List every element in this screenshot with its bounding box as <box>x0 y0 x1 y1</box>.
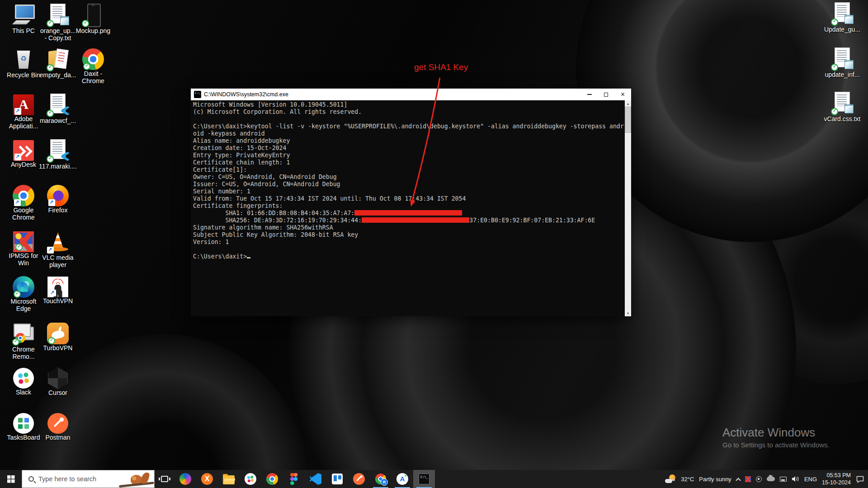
desktop-icon-label: TouchVPN <box>39 298 77 305</box>
desktop-icons-right: Update_gu...update_inf...vCard.css.txt <box>823 0 861 136</box>
taskbar-app-chrome[interactable] <box>261 470 283 488</box>
terminal-line: oid -keypass android <box>193 130 625 137</box>
desktop-icon-label: Chrome Remo... <box>5 346 42 360</box>
desktop-icon-adobe-applicati[interactable]: Adobe Applicati... <box>5 93 42 130</box>
desktop-icon-chrome-remo[interactable]: Chrome Remo... <box>5 321 42 360</box>
terminal-scrollbar[interactable]: ▲ ▼ <box>625 100 631 316</box>
taskbar-app-slack[interactable] <box>240 470 261 488</box>
vlc-icon <box>46 230 70 254</box>
desktop-icon-daxit-chrome[interactable]: Daxit - Chrome <box>74 47 112 84</box>
desktop-icon-vlc-media-player[interactable]: VLC media player <box>39 230 77 268</box>
codefile-icon <box>46 138 70 163</box>
desktop-icon-microsoft-edge[interactable]: Microsoft Edge <box>5 275 42 312</box>
desktop-icon-tasksboard[interactable]: TasksBoard <box>5 411 42 441</box>
tray-date: 15-10-2024 <box>822 479 851 486</box>
desktop-icon-this-pc[interactable]: This PC <box>5 3 42 35</box>
close-icon: ✕ <box>620 92 625 97</box>
notepad-mini-icon <box>844 104 854 113</box>
taskbar-app-cmd[interactable] <box>413 470 435 488</box>
desktop-icon-slack[interactable]: Slack <box>5 366 42 396</box>
txt-icon <box>830 1 854 26</box>
start-button[interactable] <box>0 470 22 488</box>
taskbar-app-xampp[interactable] <box>196 470 218 488</box>
desktop-icon-update-gu[interactable]: Update_gu... <box>823 1 861 33</box>
terminal-line: Owner: C=US, O=Android, CN=Android Debug <box>193 174 625 181</box>
desktop-icon-turbovpn[interactable]: TurboVPN <box>39 321 77 352</box>
taskbar-app-android-studio[interactable] <box>392 470 413 488</box>
pc-icon <box>11 3 36 27</box>
task-view-button[interactable] <box>155 470 175 488</box>
taskbar-app-vscode[interactable] <box>305 470 326 488</box>
taskbar-app-copilot[interactable] <box>175 470 196 488</box>
desktop-icon-recycle-bin[interactable]: Recycle Bin <box>5 47 42 79</box>
close-button[interactable]: ✕ <box>614 89 631 100</box>
desktop-icon-maraowcf[interactable]: maraowcf_... <box>39 93 77 125</box>
taskbar-app-chrome-r[interactable] <box>370 470 392 488</box>
xampp-icon <box>201 473 213 485</box>
desktop-icon-vcard-css-txt[interactable]: vCard.css.txt <box>823 91 861 123</box>
scroll-up-icon[interactable]: ▲ <box>625 100 631 107</box>
file-explorer-icon <box>223 475 235 484</box>
desktop-icon-postman[interactable]: Postman <box>39 411 77 441</box>
minimize-button[interactable] <box>581 89 598 100</box>
taskbar-app-figma[interactable] <box>283 470 305 488</box>
search-promo-squirrel-image[interactable] <box>118 470 154 488</box>
desktop-icon-anydesk[interactable]: AnyDesk <box>5 138 42 169</box>
desktop-icon-ipmsg-for-win[interactable]: IPMSG for Win <box>5 230 42 267</box>
meet-now-icon[interactable] <box>756 476 762 482</box>
watermark-subtitle: Go to Settings to activate Windows. <box>722 441 830 449</box>
desktop-icon-google-chrome[interactable]: Google Chrome <box>5 183 42 221</box>
check-badge-icon <box>14 291 21 298</box>
terminal-output: Microsoft Windows [Version 10.0.19045.50… <box>191 100 625 316</box>
shortcut-badge-icon <box>14 154 21 160</box>
volume-icon[interactable] <box>792 476 799 482</box>
edge-icon <box>13 276 34 298</box>
desktop-icon-update-inf[interactable]: update_inf... <box>823 47 861 79</box>
taskbar-app-trello[interactable] <box>326 470 348 488</box>
scroll-down-icon[interactable]: ▼ <box>625 310 631 316</box>
terminal-line <box>193 246 625 253</box>
tray-temperature[interactable]: 32°C <box>681 476 694 483</box>
cmd-window-titlebar[interactable]: C:\WINDOWS\system32\cmd.exe ✕ <box>191 89 631 100</box>
desktop-icon-label: Google Chrome <box>5 207 42 221</box>
cmd-icon <box>194 91 201 98</box>
ipmsg-tray-icon[interactable] <box>745 476 751 482</box>
clock[interactable]: 05:53 PM 15-10-2024 <box>822 472 851 487</box>
tray-expand-chevron-icon[interactable] <box>736 478 741 483</box>
desktop-icon-label: This PC <box>5 28 42 35</box>
folderfiles-icon <box>46 47 70 71</box>
desktop-icons-left: This PCorange_up... - Copy.txtMockup.png… <box>5 0 122 470</box>
desktop-icon-label: Mockup.png <box>74 28 112 35</box>
redaction-bar <box>362 217 469 223</box>
desktop-icon-label: VLC media player <box>39 254 77 268</box>
cmd-window: C:\WINDOWS\system32\cmd.exe ✕ Microsoft … <box>191 89 631 316</box>
tray-weather-condition[interactable]: Partly sunny <box>699 476 731 483</box>
weather-icon[interactable] <box>665 474 676 484</box>
shortcut-badge-icon <box>14 199 21 206</box>
check-badge-icon <box>831 19 838 26</box>
system-tray: 32°C Partly sunny ENG 05:53 PM 15-10-202… <box>660 470 868 488</box>
desktop-icon-label: empoty_da... <box>39 72 77 79</box>
maximize-button[interactable] <box>598 89 614 100</box>
action-center-icon[interactable] <box>856 475 864 483</box>
search-input[interactable] <box>38 475 106 483</box>
activate-windows-watermark: Activate Windows Go to Settings to activ… <box>722 426 830 449</box>
desktop-icon-mockup-png[interactable]: Mockup.png <box>74 3 112 35</box>
desktop-icon-empoty-da[interactable]: empoty_da... <box>39 47 77 79</box>
desktop-icon-touchvpn[interactable]: TouchVPN <box>39 275 77 305</box>
tray-language[interactable]: ENG <box>804 476 817 483</box>
network-icon[interactable] <box>780 477 787 482</box>
chromeremote-icon <box>11 321 36 346</box>
scrollbar-thumb[interactable] <box>625 107 631 133</box>
check-badge-icon <box>83 63 90 70</box>
taskbar-search[interactable] <box>22 470 155 488</box>
desktop-icon-firefox[interactable]: Firefox <box>39 183 77 214</box>
desktop-icon-orange-up-copy-txt[interactable]: orange_up... - Copy.txt <box>39 3 77 42</box>
onedrive-icon[interactable] <box>767 477 775 481</box>
taskbar-app-postman[interactable] <box>348 470 370 488</box>
check-badge-icon <box>82 20 89 27</box>
terminal-line: Version: 1 <box>193 239 625 246</box>
desktop-icon-117-maraki[interactable]: 117.maraki.... <box>39 138 77 170</box>
desktop-icon-cursor[interactable]: Cursor <box>39 366 77 397</box>
taskbar-app-file-explorer[interactable] <box>218 470 240 488</box>
